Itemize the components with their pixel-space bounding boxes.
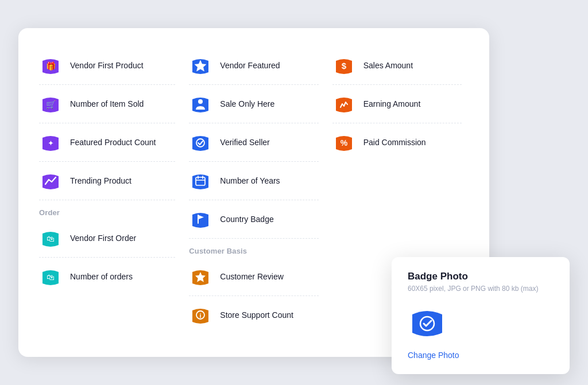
svg-text:i: i (200, 312, 202, 319)
column-1: 🎁 Vendor First Product 🛒 Number of Item … (39, 46, 182, 334)
list-item: % Paid Commission (332, 123, 462, 161)
svg-rect-12 (198, 215, 199, 224)
badge-photo-image (408, 303, 447, 342)
sale-only-here-label: Sale Only Here (220, 99, 274, 108)
number-of-item-sold-icon: 🛒 (39, 92, 62, 115)
number-of-orders-label: Number of orders (70, 272, 133, 281)
svg-text:%: % (340, 138, 347, 147)
badge-photo-description: 60X65 pixel, JPG or PNG with 80 kb (max) (408, 285, 554, 293)
column-2: Vendor Featured Sale Only Here (182, 46, 325, 334)
list-item: Customer Review (189, 258, 318, 296)
list-item: Verified Seller (189, 123, 318, 162)
list-item: 🛒 Number of Item Sold (39, 85, 175, 123)
store-support-count-icon: i (189, 304, 212, 326)
trending-product-label: Trending Product (70, 176, 131, 185)
number-of-item-sold-label: Number of Item Sold (70, 99, 144, 108)
list-item: Country Badge (189, 200, 318, 239)
country-badge-icon (189, 208, 212, 231)
svg-text:🛒: 🛒 (46, 100, 56, 110)
list-item: Trending Product (39, 162, 175, 200)
list-item: Vendor Featured (189, 46, 318, 85)
customer-review-label: Customer Review (220, 272, 283, 281)
badge-photo-card: Badge Photo 60X65 pixel, JPG or PNG with… (392, 257, 570, 374)
customer-review-icon (189, 265, 212, 288)
list-item: i Store Support Count (189, 296, 318, 334)
paid-commission-label: Paid Commission (363, 138, 426, 147)
vendor-first-product-label: Vendor First Product (70, 61, 144, 70)
list-item: ✦ Featured Product Count (39, 123, 175, 162)
store-support-count-label: Store Support Count (220, 310, 293, 320)
earning-amount-icon (332, 92, 355, 115)
sale-only-here-icon (189, 92, 212, 115)
trending-product-icon (39, 169, 62, 192)
paid-commission-icon: % (332, 131, 355, 154)
customer-basis-section-label: Customer Basis (189, 247, 318, 255)
svg-text:$: $ (341, 61, 346, 71)
svg-text:✦: ✦ (48, 139, 54, 147)
vendor-first-order-icon: 🛍 (39, 227, 62, 250)
list-item: $ Sales Amount (332, 46, 462, 85)
list-item: 🛍 Number of orders (39, 258, 175, 295)
svg-text:🎁: 🎁 (46, 61, 56, 71)
list-item: Earning Amount (332, 85, 462, 123)
svg-text:🛍: 🛍 (47, 234, 55, 243)
badge-photo-title: Badge Photo (408, 271, 554, 282)
verified-seller-label: Verified Seller (220, 138, 269, 147)
sales-amount-label: Sales Amount (363, 61, 413, 70)
list-item: 🎁 Vendor First Product (39, 46, 175, 85)
number-of-orders-icon: 🛍 (39, 265, 62, 288)
verified-seller-icon (189, 131, 212, 154)
number-of-years-label: Number of Years (220, 176, 280, 185)
page-container: 🎁 Vendor First Product 🛒 Number of Item … (18, 28, 570, 357)
featured-product-count-label: Featured Product Count (70, 138, 156, 147)
svg-point-6 (198, 99, 203, 104)
vendor-first-order-label: Vendor First Order (70, 234, 136, 243)
featured-product-count-icon: ✦ (39, 131, 62, 154)
order-section-label: Order (39, 208, 175, 217)
vendor-first-product-icon: 🎁 (39, 54, 62, 77)
svg-text:🛍: 🛍 (47, 273, 55, 282)
list-item: Number of Years (189, 162, 318, 200)
vendor-featured-label: Vendor Featured (220, 61, 280, 70)
change-photo-link[interactable]: Change Photo (408, 351, 459, 360)
list-item: Sale Only Here (189, 85, 318, 123)
sales-amount-icon: $ (332, 54, 355, 77)
vendor-featured-icon (189, 54, 212, 77)
list-item: 🛍 Vendor First Order (39, 219, 175, 258)
country-badge-label: Country Badge (220, 215, 273, 224)
earning-amount-label: Earning Amount (363, 99, 421, 108)
number-of-years-icon (189, 169, 212, 192)
